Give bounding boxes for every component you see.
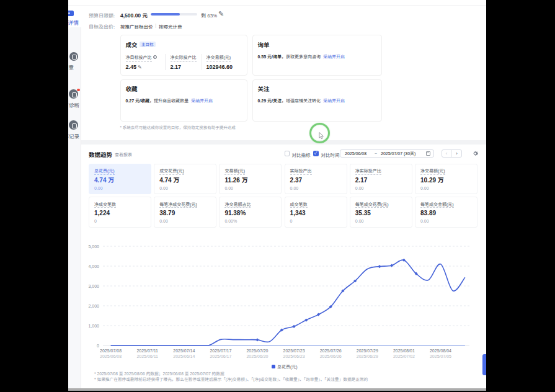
svg-text:2025/07/14: 2025/07/14 [173, 349, 195, 353]
metric-card-cost-per-order[interactable]: 每笔成交花费(元) 35.35 0.00 [350, 197, 412, 228]
metric-card-net-gmv[interactable]: 净交易额(元) 10.29 万 0.00 [415, 164, 477, 194]
svg-text:0: 0 [97, 344, 99, 348]
svg-text:2025/07/29: 2025/07/29 [357, 349, 378, 353]
sidebar [68, 27, 81, 388]
bidding-option-divider: | [155, 22, 156, 28]
svg-text:2025/08/01: 2025/08/01 [393, 349, 415, 353]
goal-card-follow: 关注 0.29 元/关注，增强店铺关注转化采纳并开启 [252, 79, 382, 122]
svg-text:2025/07/05: 2025/07/05 [430, 354, 451, 359]
svg-text:2025/06/23: 2025/06/23 [283, 354, 305, 359]
chart-legend[interactable]: 总花费(元) [272, 363, 298, 370]
notification-red-dot [77, 89, 80, 92]
compare-time-checkbox[interactable]: ✓ [313, 151, 319, 156]
svg-text:5,000: 5,000 [88, 244, 99, 249]
date-range-end[interactable]: 2025/07/07 (30天) [381, 151, 415, 156]
goal-card-deal: 成交 主目标 净目标投产比i 2.45✎ 净实际投产比 2.17 净交易额(元)… [120, 35, 247, 76]
svg-text:2025/06/20: 2025/06/20 [246, 354, 268, 359]
dashboard-screenshot: { "sidebar": { "detail_tab": "推广详情", "it… [0, 0, 555, 392]
goal-card-inquiry: 询单 0.55 元/询单，获取更多意向咨询采纳并开启 [252, 35, 382, 76]
top-divider [68, 5, 486, 6]
chart-footnote-disclaimer: * 如果推广在暂停或删除前已经获得了曝光，那么在暂停或重建后展示「(净)交易额」… [94, 376, 368, 382]
budget-progress-fill [151, 13, 180, 16]
letterbox-right [486, 0, 555, 392]
next-period-button[interactable]: › [452, 150, 461, 158]
svg-text:2025/07/23: 2025/07/23 [283, 349, 305, 353]
goal-metric-actual-roi: 净实际投产比 2.17 [171, 50, 197, 70]
history-icon [69, 120, 78, 130]
svg-text:2025/06/14: 2025/06/14 [173, 354, 195, 359]
metric-card-orders[interactable]: 成交笔数 1,343 0 [285, 197, 347, 228]
metric-card-roi[interactable]: 实际投产比 2.37 0.00 [285, 164, 347, 194]
legend-swatch-icon [272, 365, 275, 368]
metric-card-net-gmv-ratio[interactable]: 净交易额占比 91.38% 0.00% [219, 197, 282, 228]
metric-card-deal-cost[interactable]: 成交花费(元) 4.74 万 0.00 [154, 164, 216, 194]
compare-metric-label[interactable]: 对比指标 [292, 151, 311, 158]
compare-metric-checkbox[interactable] [285, 151, 290, 156]
metric-card-gmv[interactable]: 交易额(元) 11.26 万 0.00 [219, 164, 282, 194]
view-report-link[interactable]: 查看报表 [115, 151, 132, 158]
settings-gear-icon[interactable] [472, 150, 479, 157]
svg-text:2,000: 2,000 [88, 304, 99, 308]
svg-text:2025/07/17: 2025/07/17 [210, 349, 231, 353]
metric-card-net-orders[interactable]: 净成交笔数 1,224 0 [89, 197, 151, 228]
bidding-label: 目标及出价: [89, 23, 115, 30]
main-goal-badge: 主目标 [140, 42, 156, 47]
svg-text:2025/06/29: 2025/06/29 [357, 354, 378, 359]
goal-metric-net-gmv: 净交易额(元) 102946.60 [206, 50, 233, 70]
trend-section-title: 数据趋势 [89, 150, 112, 159]
svg-text:2025/08/04: 2025/08/04 [430, 349, 451, 353]
svg-text:2025/07/02: 2025/07/02 [393, 354, 415, 359]
metric-card-total-cost[interactable]: 总花费(元) 4.74 万 0.00 [89, 164, 151, 194]
metric-divider [202, 54, 202, 70]
roi-edit-icon[interactable]: ✎ [138, 65, 142, 70]
mouse-cursor [319, 132, 325, 140]
svg-text:2025/07/26: 2025/07/26 [320, 349, 342, 353]
metric-card-amount-per-order[interactable]: 每笔成交金额(元) 83.89 0.00 [415, 197, 477, 228]
budget-remaining-label: 剩 63% [201, 12, 217, 19]
bidding-option-goal[interactable]: 按推广目标出价 [120, 23, 153, 30]
adopt-enable-link[interactable]: 采纳并开启 [191, 99, 213, 103]
svg-text:2025/06/08: 2025/06/08 [100, 354, 122, 359]
info-icon[interactable]: i [153, 55, 157, 59]
bidding-option-impression[interactable]: 按曝光计费 [159, 23, 182, 30]
budget-progress-bar [151, 13, 197, 16]
letterbox-left [0, 0, 68, 392]
svg-text:2025/07/08: 2025/07/08 [100, 349, 122, 353]
metric-card-net-cost-per-order[interactable]: 每笔净成交花费(元) 38.79 0.00 [154, 197, 216, 228]
section-gap [81, 140, 486, 145]
date-pager: ‹ › [442, 149, 463, 158]
svg-text:1,000: 1,000 [88, 324, 99, 328]
svg-text:4,000: 4,000 [88, 264, 99, 269]
metric-card-net-roi[interactable]: 净实际投产比 2.17 0.00 [350, 164, 412, 194]
svg-text:2025/06/17: 2025/06/17 [210, 354, 231, 359]
trend-line-chart: 01,0002,0003,0004,0005,0002025/07/082025… [82, 231, 486, 361]
budget-value: 4,500.00 元 [120, 11, 148, 19]
svg-text:3,000: 3,000 [88, 284, 99, 288]
goal-card-favorite: 收藏 0.27 元/收藏，提升商品收藏数量采纳并开启 [120, 79, 247, 122]
goal-card-title: 成交 [126, 40, 138, 49]
svg-text:2025/06/26: 2025/06/26 [320, 354, 342, 359]
date-range-start[interactable]: 2025/06/08 [345, 151, 366, 156]
calendar-icon[interactable] [426, 151, 430, 156]
metric-divider [165, 54, 166, 70]
svg-text:2025/06/11: 2025/06/11 [136, 354, 158, 359]
adopt-enable-link[interactable]: 采纳并开启 [323, 99, 345, 103]
creative-icon [69, 52, 78, 61]
svg-text:2025/07/11: 2025/07/11 [136, 349, 158, 353]
adopt-enable-link[interactable]: 采纳并开启 [323, 55, 345, 59]
budget-label: 预算日限额: [89, 12, 115, 19]
prev-period-button[interactable]: ‹ [442, 150, 452, 158]
svg-text:2025/07/20: 2025/07/20 [246, 349, 268, 353]
goal-note: * 系统会尽可能达成你设置的目标，保持稳定投放有助于提升达成 [120, 124, 236, 130]
compare-time-label[interactable]: 对比时间 [321, 151, 340, 158]
goal-metric-target-roi: 净目标投产比i 2.45✎ [126, 50, 157, 70]
budget-edit-icon[interactable]: ✎ [218, 10, 224, 18]
date-range-separator: ~ [375, 151, 377, 156]
